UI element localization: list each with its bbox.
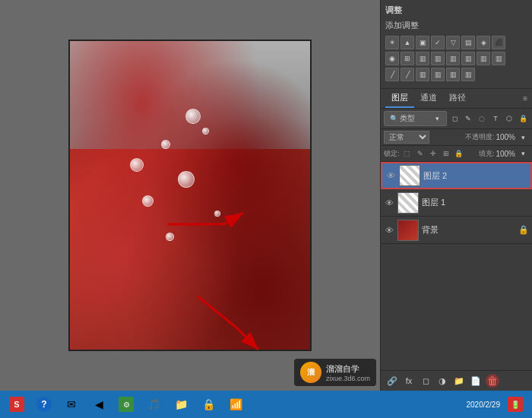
layer-filter-icon3[interactable]: ◌ xyxy=(476,112,488,125)
adj-icon-vibrance[interactable]: ✓ xyxy=(431,36,445,49)
media-icon: 🎵 xyxy=(146,397,161,412)
fill-value: 100% xyxy=(496,150,515,158)
watermark: 溜 溜溜自学 zixue.3d6.com xyxy=(294,359,376,386)
help-icon: ? xyxy=(36,397,52,412)
adj-icon-extra5[interactable]: ▥ xyxy=(446,68,460,81)
fill-label: 填充: xyxy=(479,149,495,159)
adj-icon-colorlookup[interactable]: ⊞ xyxy=(401,52,414,65)
adj-icons-row-2: ◉ ⊞ ▥ ▥ ▥ ▥ ▥ ▥ xyxy=(385,52,527,65)
search-text: 类型 xyxy=(400,113,431,124)
layer-filter-icon6[interactable]: 🔒 xyxy=(517,112,529,125)
taskbar-lock-icon: 🔒 xyxy=(201,397,216,412)
adj-icon-threshold[interactable]: ▥ xyxy=(446,52,460,65)
signal-icon: 📶 xyxy=(228,397,243,412)
layer-2-visibility-icon[interactable]: 👁 xyxy=(385,170,396,181)
layer-2-name: 图层 2 xyxy=(423,170,527,182)
tab-channels[interactable]: 通道 xyxy=(414,89,443,108)
petal-overlay xyxy=(70,41,310,350)
taskbar-mail[interactable]: ✉ xyxy=(59,395,84,413)
taskbar-sogou[interactable]: S xyxy=(5,395,29,413)
adj-icon-channelmixer[interactable]: ◉ xyxy=(385,52,399,65)
taskbar-security[interactable]: 🔋 xyxy=(503,395,527,413)
lock-artboard-icon[interactable]: ⊞ xyxy=(441,148,451,159)
adj-icon-brightness[interactable]: ☀ xyxy=(385,36,399,49)
folder-icon: 📁 xyxy=(173,397,188,412)
canvas-area xyxy=(0,0,380,391)
taskbar-signal[interactable]: 📶 xyxy=(223,395,248,413)
adj-icon-extra1[interactable]: ╱ xyxy=(385,68,399,81)
watermark-subtitle: zixue.3d6.com xyxy=(326,375,370,382)
right-panel: 调整 添加调整 ☀ ▲ ▣ ✓ ▽ ▤ ◈ ⬛ ◉ ⊞ ▥ xyxy=(380,0,532,391)
link-layers-icon[interactable]: 🔗 xyxy=(385,374,399,388)
adj-icon-bw[interactable]: ◈ xyxy=(477,36,490,49)
layer-row-1[interactable]: 👁 图层 1 xyxy=(381,189,532,217)
adj-icon-posterize[interactable]: ▥ xyxy=(431,52,445,65)
add-style-icon[interactable]: fx xyxy=(402,374,416,388)
taskbar-folder[interactable]: 📁 xyxy=(169,395,193,413)
blend-mode-select[interactable]: 正常 xyxy=(384,131,429,144)
taskbar-arrow[interactable]: ◀ xyxy=(87,395,111,413)
tab-layers[interactable]: 图层 xyxy=(385,89,414,108)
opacity-row: 不透明度: 100% ▾ xyxy=(465,131,529,144)
adjustments-panel: 调整 添加调整 ☀ ▲ ▣ ✓ ▽ ▤ ◈ ⬛ ◉ ⊞ ▥ xyxy=(381,0,532,89)
layers-toolbar: 🔍 类型 ▾ ◻ ✎ ◌ T ⬡ 🔒 xyxy=(381,109,532,129)
layer-bg-visibility-icon[interactable]: 👁 xyxy=(384,225,394,236)
adj-icon-photofilter[interactable]: ⬛ xyxy=(492,36,505,49)
lock-transparent-icon[interactable]: ⬚ xyxy=(402,148,413,159)
adj-icon-hsl[interactable]: ▽ xyxy=(446,36,460,49)
adj-icon-extra2[interactable]: ╱ xyxy=(401,68,414,81)
dropdown-icon[interactable]: ▾ xyxy=(431,112,443,125)
fill-row: 填充: 100% ▾ xyxy=(479,147,529,160)
add-mask-icon[interactable]: ◻ xyxy=(419,374,432,388)
adj-icon-curves[interactable]: ▲ xyxy=(401,36,414,49)
taskbar-lock[interactable]: 🔒 xyxy=(196,395,220,413)
adj-icon-solid[interactable]: ▥ xyxy=(477,52,490,65)
layer-filter-icon4[interactable]: T xyxy=(489,112,502,125)
layers-tabs: 图层 通道 路径 ≡ xyxy=(381,89,532,109)
layer-filter-icon5[interactable]: ⬡ xyxy=(503,112,515,125)
lock-paint-icon[interactable]: ✎ xyxy=(415,148,426,159)
taskbar-help[interactable]: ? xyxy=(32,395,56,413)
layer-row-bg[interactable]: 👁 背景 🔒 xyxy=(381,217,532,244)
delete-layer-icon[interactable]: 🗑 xyxy=(486,374,499,388)
layer-bg-name: 背景 xyxy=(422,224,515,236)
main-area: 调整 添加调整 ☀ ▲ ▣ ✓ ▽ ▤ ◈ ⬛ ◉ ⊞ ▥ xyxy=(0,0,532,391)
blend-mode-row: 正常 不透明度: 100% ▾ xyxy=(381,129,532,146)
add-adjustment-label: 添加调整 xyxy=(385,20,527,31)
mail-icon: ✉ xyxy=(64,397,79,412)
adj-icon-extra4[interactable]: ▥ xyxy=(431,68,445,81)
opacity-dropdown-icon[interactable]: ▾ xyxy=(517,131,529,144)
layer-bg-lock-icon: 🔒 xyxy=(518,225,529,235)
adj-icon-extra3[interactable]: ▥ xyxy=(416,68,429,81)
taskbar-media[interactable]: 🎵 xyxy=(141,395,166,413)
lock-all-icon[interactable]: 🔒 xyxy=(454,148,464,159)
adj-icon-extra6[interactable]: ▥ xyxy=(461,68,475,81)
new-fill-icon[interactable]: ◑ xyxy=(435,374,449,388)
adj-icon-invert[interactable]: ▥ xyxy=(416,52,429,65)
layer-filter-icon2[interactable]: ✎ xyxy=(462,112,474,125)
tab-paths[interactable]: 路径 xyxy=(443,89,472,108)
layer-row-2[interactable]: 👁 图层 2 xyxy=(381,162,532,189)
layer-1-name: 图层 1 xyxy=(422,197,529,208)
layers-panel: 图层 通道 路径 ≡ 🔍 类型 ▾ ◻ ✎ ◌ T ⬡ xyxy=(381,89,532,391)
fill-dropdown-icon[interactable]: ▾ xyxy=(517,147,529,160)
sogou-icon: S xyxy=(9,397,24,412)
antivirus-icon: ⚙ xyxy=(119,397,134,412)
adj-icon-exposure[interactable]: ▣ xyxy=(416,36,429,49)
new-group-icon[interactable]: 📁 xyxy=(452,374,466,388)
adj-icon-colorbalance[interactable]: ▤ xyxy=(461,36,475,49)
adj-icons-row-3: ╱ ╱ ▥ ▥ ▥ ▥ xyxy=(385,68,527,81)
new-layer-icon[interactable]: 📄 xyxy=(469,374,483,388)
adj-icons-row-1: ☀ ▲ ▣ ✓ ▽ ▤ ◈ ⬛ xyxy=(385,36,527,49)
lock-position-icon[interactable]: ✛ xyxy=(428,148,439,159)
layers-tab-menu[interactable]: ≡ xyxy=(523,94,527,103)
watermark-logo: 溜 xyxy=(300,362,321,383)
back-icon: ◀ xyxy=(91,397,106,412)
search-box[interactable]: 🔍 类型 ▾ xyxy=(384,111,447,126)
adj-icon-gradient[interactable]: ▥ xyxy=(461,52,475,65)
adj-icon-pattern[interactable]: ▥ xyxy=(492,52,505,65)
layer-filter-icon1[interactable]: ◻ xyxy=(448,112,461,125)
taskbar-antivirus[interactable]: ⚙ xyxy=(114,395,138,413)
layer-1-visibility-icon[interactable]: 👁 xyxy=(384,198,394,208)
taskbar-date: 2020/2/29 xyxy=(467,401,501,409)
